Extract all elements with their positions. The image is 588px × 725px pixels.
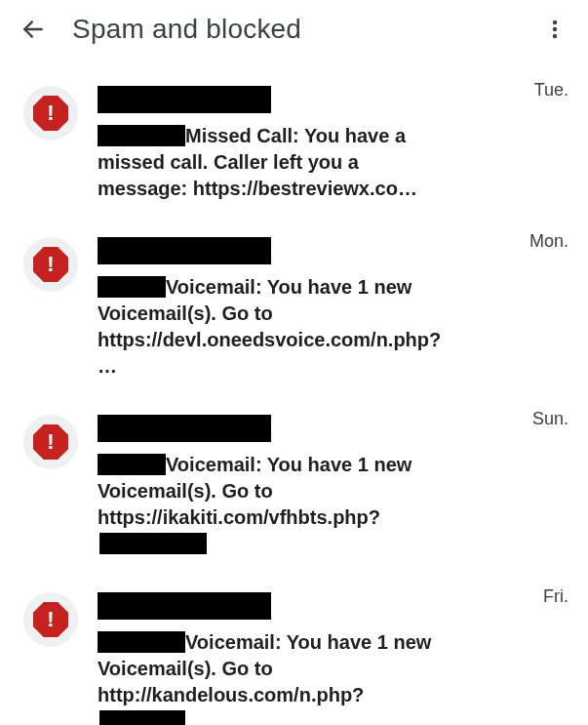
message-preview: Voicemail: You have 1 new Voicemail(s). … — [98, 274, 449, 380]
message-preview: Missed Call: You have a missed call. Cal… — [98, 123, 449, 202]
redacted-prefix — [98, 454, 166, 475]
message-list: !Missed Call: You have a missed call. Ca… — [0, 55, 588, 725]
more-options-button[interactable] — [539, 14, 570, 45]
message-content: Missed Call: You have a missed call. Cal… — [98, 86, 568, 202]
redacted-sender — [98, 592, 271, 620]
sender-row — [98, 86, 563, 113]
redacted-prefix — [98, 631, 185, 653]
redacted-prefix — [98, 125, 185, 146]
redacted-sender — [98, 237, 271, 264]
message-preview: Voicemail: You have 1 new Voicemail(s). … — [98, 629, 449, 725]
svg-point-3 — [553, 34, 557, 38]
sender-row — [98, 592, 563, 620]
spam-avatar: ! — [23, 592, 78, 647]
page-title: Spam and blocked — [72, 14, 516, 45]
svg-point-1 — [553, 20, 557, 24]
spam-warning-icon: ! — [33, 96, 68, 131]
svg-point-2 — [553, 27, 557, 31]
spam-avatar: ! — [23, 415, 78, 469]
message-item[interactable]: !Voicemail: You have 1 new Voicemail(s).… — [0, 581, 588, 725]
redacted-suffix — [99, 710, 185, 725]
redacted-suffix — [99, 533, 207, 554]
redacted-sender — [98, 86, 271, 113]
message-timestamp: Fri. — [543, 586, 568, 607]
message-content: Voicemail: You have 1 new Voicemail(s). … — [98, 415, 568, 557]
spam-warning-icon: ! — [33, 602, 68, 637]
more-vertical-icon — [543, 18, 567, 41]
message-content: Voicemail: You have 1 new Voicemail(s). … — [98, 592, 568, 725]
redacted-prefix — [98, 276, 166, 298]
message-item[interactable]: !Voicemail: You have 1 new Voicemail(s).… — [0, 403, 588, 581]
back-button[interactable] — [18, 14, 49, 45]
message-item[interactable]: !Voicemail: You have 1 new Voicemail(s).… — [0, 225, 588, 403]
spam-warning-icon: ! — [33, 424, 68, 460]
message-timestamp: Tue. — [534, 80, 568, 101]
message-preview: Voicemail: You have 1 new Voicemail(s). … — [98, 452, 449, 557]
spam-avatar: ! — [23, 237, 78, 292]
message-content: Voicemail: You have 1 new Voicemail(s). … — [98, 237, 568, 380]
sender-row — [98, 415, 563, 442]
spam-warning-icon: ! — [33, 247, 68, 282]
sender-row — [98, 237, 563, 264]
message-timestamp: Mon. — [529, 231, 568, 252]
message-timestamp: Sun. — [532, 409, 568, 429]
arrow-left-icon — [20, 17, 46, 42]
redacted-sender — [98, 415, 271, 442]
app-header: Spam and blocked — [0, 0, 588, 55]
message-item[interactable]: !Missed Call: You have a missed call. Ca… — [0, 74, 588, 225]
spam-avatar: ! — [23, 86, 78, 141]
